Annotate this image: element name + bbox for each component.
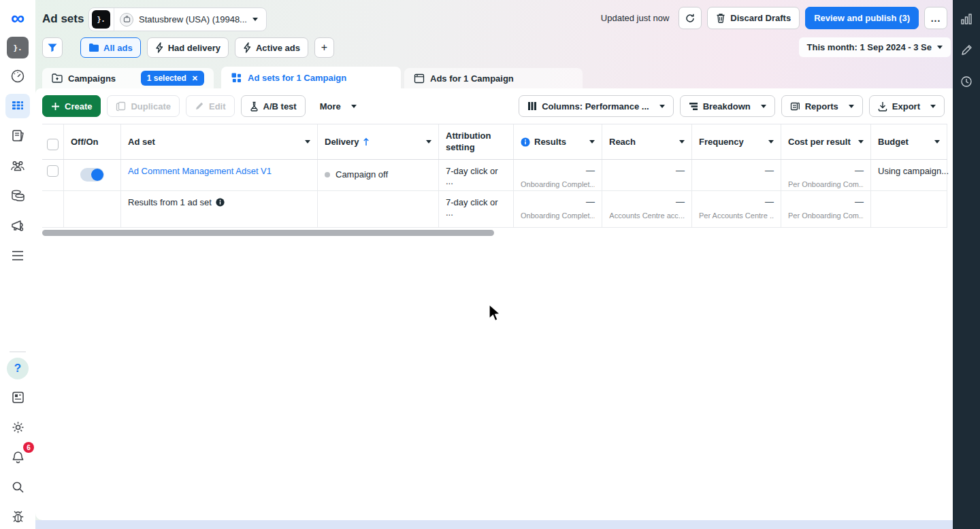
nav-all-tools[interactable] [5,243,30,268]
filter-all-ads[interactable]: All ads [80,37,141,58]
sort-caret-icon[interactable] [305,140,310,143]
adset-toggle-on[interactable] [80,168,104,182]
nav-updates[interactable] [5,385,30,409]
summary-results-cell: — Onboarding Complet... [514,191,602,227]
statusbrew-logo: }. [92,10,110,29]
tab-ad-sets[interactable]: Ad sets for 1 Campaign [221,67,401,88]
col-budget-label: Budget [878,137,909,147]
tab-ad-sets-label: Ad sets for 1 Campaign [248,73,346,83]
filter-active-ads[interactable]: Active ads [235,37,308,58]
page-background-strip [35,520,953,529]
action-toolbar: Create Duplicate Edit A/B test More [42,95,945,117]
nav-account-overview[interactable] [5,64,30,88]
status-dot-icon [325,172,330,177]
review-publish-button[interactable]: Review and publish (3) [805,7,919,29]
col-off-on[interactable]: Off/On [64,124,121,159]
ab-test-button[interactable]: A/B test [241,95,306,117]
nav-pages[interactable] [5,124,30,148]
nav-billing[interactable] [5,184,30,208]
horizontal-scrollbar[interactable] [42,230,494,236]
date-range-selector[interactable]: This month: 1 Sep 2024 - 3 Se [799,37,951,57]
filter-had-delivery-label: Had delivery [168,43,220,53]
col-reach[interactable]: Reach [602,124,692,159]
duplicate-button[interactable]: Duplicate [107,95,180,117]
tab-ads[interactable]: Ads for 1 Campaign [404,68,583,88]
page-title: Ad sets [42,12,84,26]
breakdown-button[interactable]: Breakdown [680,95,775,117]
chevron-down-icon [351,105,357,108]
col-results[interactable]: Results [514,124,602,159]
cost-value: — [788,195,864,207]
columns-button[interactable]: Columns: Performance ... [519,95,673,117]
col-frequency[interactable]: Frequency [692,124,781,159]
filter-bar: All ads Had delivery Active ads + [42,37,334,58]
meta-logo-icon[interactable]: ∞ [11,8,24,29]
ab-test-label: A/B test [263,101,297,112]
updated-status: Updated just now [601,13,669,23]
col-cost-per-result[interactable]: Cost per result [781,124,871,159]
sort-caret-icon[interactable] [858,140,864,143]
row-budget-cell: Using campaign... [871,160,947,190]
adset-name-link[interactable]: Ad Comment Management Adset V1 [128,164,272,176]
coins-icon [10,188,26,204]
create-label: Create [65,101,92,112]
sort-caret-icon[interactable] [679,140,685,143]
trash-icon [716,13,725,23]
search-icon [10,479,26,495]
summary-label: Results from 1 ad set [128,197,212,207]
col-attribution-label: Attribution setting [446,131,506,153]
account-selector[interactable]: }. Statusbrew (USA) (19948... [88,7,267,31]
close-icon[interactable]: ✕ [192,74,198,83]
col-attribution[interactable]: Attribution setting [439,124,514,159]
refresh-button[interactable] [679,7,702,29]
chevron-down-icon [252,18,258,21]
account-name: Statusbrew (USA) (19948... [139,14,247,24]
filter-had-delivery[interactable]: Had delivery [147,37,229,58]
sort-caret-icon[interactable] [589,140,595,143]
add-filter-button[interactable]: + [314,37,334,58]
rail-edit[interactable] [954,38,979,63]
nav-notifications[interactable]: 6 [5,445,30,469]
table-header-row: Off/On Ad set Delivery Attribution setti… [42,124,947,160]
tab-campaigns[interactable]: Campaigns 1 selected ✕ [42,68,214,88]
edit-label: Edit [209,101,226,112]
selected-count-badge[interactable]: 1 selected ✕ [141,71,204,86]
col-ad-set-label: Ad set [128,137,155,147]
rail-history[interactable] [954,69,979,94]
info-icon [521,137,530,147]
col-off-on-label: Off/On [71,137,98,147]
help-button[interactable]: ? [7,358,29,379]
header-checkbox-cell [42,124,64,159]
col-delivery[interactable]: Delivery [318,124,439,159]
select-all-checkbox[interactable] [47,139,59,150]
nav-report-bug[interactable] [5,505,30,529]
nav-ads-manager[interactable] [5,94,30,118]
nav-settings[interactable] [5,415,30,439]
nav-ads[interactable] [5,214,30,238]
row-reach-cell: — [602,160,692,190]
row-checkbox[interactable] [47,165,59,177]
nav-audiences[interactable] [5,154,30,178]
statusbrew-avatar[interactable]: }. [7,37,29,58]
rail-insights[interactable] [954,7,979,31]
more-button[interactable]: More [312,95,365,117]
sort-caret-icon[interactable] [426,140,431,143]
filters-button[interactable] [42,37,63,58]
reach-value: — [609,164,685,175]
create-button[interactable]: Create [42,95,101,117]
col-budget[interactable]: Budget [871,124,947,159]
ad-sets-grid-icon [231,72,242,84]
edit-button[interactable]: Edit [186,95,235,117]
reports-button[interactable]: Reports [781,95,863,117]
discard-drafts-button[interactable]: Discard Drafts [707,7,800,29]
overflow-menu-button[interactable]: ... [924,7,947,29]
nav-search[interactable] [5,475,30,499]
sidebar-divider [10,352,26,352]
sort-caret-icon[interactable] [934,140,940,143]
bar-chart-icon [960,12,973,26]
bug-icon [10,509,26,525]
col-ad-set[interactable]: Ad set [121,124,318,159]
export-button[interactable]: Export [869,95,945,117]
sort-caret-icon[interactable] [768,140,774,143]
results-value: — [521,164,595,175]
